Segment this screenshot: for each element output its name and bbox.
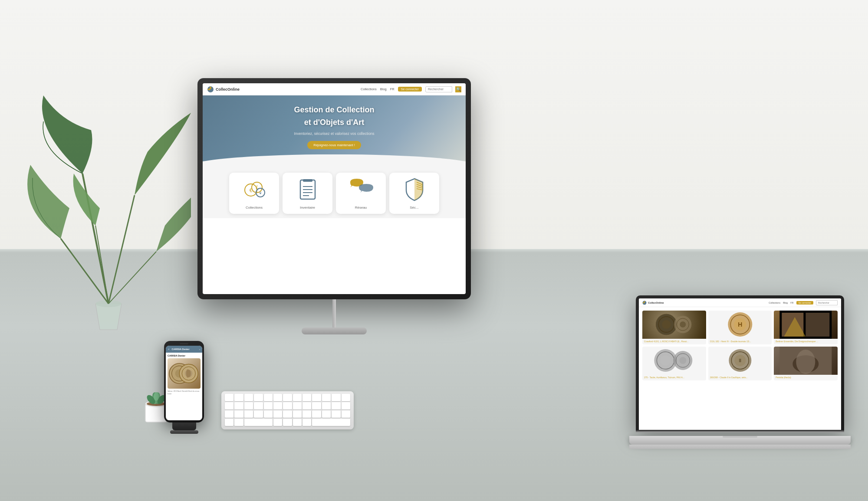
laptop-item6-img bbox=[774, 347, 838, 375]
svg-point-14 bbox=[154, 392, 159, 401]
svg-point-50 bbox=[660, 355, 671, 366]
phone: < CARISIA Denier › CARISIA Denier bbox=[164, 341, 204, 434]
feature-reseau-label: Réseau bbox=[339, 206, 382, 210]
laptop-hinge bbox=[636, 430, 844, 432]
laptop-grid-item-1: Crawford 413/1, L.ROSCI FABATI (E., Rosc… bbox=[642, 311, 706, 344]
reseau-icon bbox=[348, 177, 374, 203]
svg-point-60 bbox=[796, 350, 815, 374]
feature-card-reseau: Réseau bbox=[336, 173, 386, 214]
laptop-item5-img: II bbox=[708, 347, 772, 375]
laptop-nav-blog[interactable]: Blog bbox=[783, 301, 788, 304]
monitor-stand bbox=[332, 299, 336, 327]
laptop-grid-item-4: 275 - Tacite, Aurélianus, Ticinum, PAX A… bbox=[642, 347, 706, 380]
laptop-grid-item-2: H CGIL 182 - Henri IV - Double tournois … bbox=[708, 311, 772, 344]
feature-collections-label: Collections bbox=[233, 206, 276, 210]
desktop-monitor: CollecOnline Collections Blog FR Se conn… bbox=[197, 78, 471, 334]
laptop-item1-img bbox=[642, 311, 706, 339]
securite-icon bbox=[401, 177, 427, 203]
nav-search-input[interactable] bbox=[425, 86, 452, 92]
plant-left bbox=[26, 87, 191, 340]
nav-search-btn[interactable]: 🔍 bbox=[455, 86, 461, 92]
feature-inventaire-label: Inventaire bbox=[286, 206, 329, 210]
hero-cta-btn[interactable]: Rejoignez-nous maintenant ! bbox=[307, 141, 361, 149]
laptop-item4-img bbox=[642, 347, 706, 375]
laptop-item3-label: Berliner Ensemble, Die Dreigroschenoper … bbox=[774, 339, 838, 344]
svg-text:¥: ¥ bbox=[259, 191, 262, 195]
feature-card-securite: Séc... bbox=[389, 173, 439, 214]
svg-rect-23 bbox=[303, 179, 312, 182]
svg-rect-46 bbox=[806, 313, 830, 337]
keyboard-keys bbox=[225, 394, 350, 427]
laptop-nav: CollecOnline Collections Blog FR Se conn… bbox=[639, 298, 841, 307]
laptop-item5-label: 260/268 - Claude II in Gaullique, anto..… bbox=[708, 375, 772, 380]
phone-item-desc: Valeur: 20 € Bord: Dentelé Bord du creux… bbox=[168, 390, 201, 396]
hero-subtitle: Inventoriez, sécurisez et valorisez vos … bbox=[211, 131, 457, 136]
svg-line-3 bbox=[108, 195, 135, 304]
monitor-logo-text: CollecOnline bbox=[216, 87, 240, 92]
svg-point-53 bbox=[679, 357, 686, 364]
scene: CollecOnline Collections Blog FR Se conn… bbox=[0, 0, 868, 501]
laptop-base bbox=[629, 436, 851, 445]
laptop-grid-item-3: Berliner Ensemble, Die Dreigroschenoper … bbox=[774, 311, 838, 344]
feature-card-inventaire: Inventaire bbox=[283, 173, 332, 214]
laptop-item2-img: H bbox=[708, 311, 772, 339]
laptop-nav-login-btn[interactable]: Se connecter bbox=[796, 301, 813, 305]
svg-line-5 bbox=[108, 252, 156, 304]
svg-text:H: H bbox=[738, 321, 742, 328]
nav-lang[interactable]: FR bbox=[390, 87, 395, 91]
phone-back-btn[interactable]: < bbox=[168, 348, 170, 350]
phone-screen: < CARISIA Denier › CARISIA Denier bbox=[166, 346, 202, 420]
phone-coin-display bbox=[168, 358, 201, 389]
laptop-logo-text: CollecOnline bbox=[648, 301, 664, 304]
laptop-grid-item-5: II 260/268 - Claude II in Gaullique, ant… bbox=[708, 347, 772, 380]
laptop: CollecOnline Collections Blog FR Se conn… bbox=[636, 295, 851, 449]
phone-header: < CARISIA Denier › bbox=[166, 346, 202, 353]
hero-title-line1: Gestion de Collection bbox=[211, 105, 457, 115]
laptop-trackpad bbox=[723, 436, 757, 438]
nav-collections[interactable]: Collections bbox=[361, 87, 377, 91]
monitor-hero: Gestion de Collection et d'Objets d'Art … bbox=[203, 95, 466, 167]
nav-blog[interactable]: Blog bbox=[380, 87, 387, 91]
laptop-item6-label: Periotta (thecla) bbox=[774, 375, 838, 380]
laptop-search-input[interactable] bbox=[816, 300, 838, 305]
laptop-logo: CollecOnline bbox=[642, 301, 664, 305]
feature-cards: € £ ¥ Collections bbox=[203, 167, 466, 218]
hero-title-line2: et d'Objets d'Art bbox=[211, 118, 457, 128]
phone-dock-base bbox=[170, 430, 198, 434]
laptop-item3-img bbox=[774, 311, 838, 339]
inventaire-icon bbox=[295, 177, 321, 203]
phone-header-title: CARISIA Denier bbox=[172, 348, 190, 350]
laptop-item1-label: Crawford 413/1, L.ROSCI FABATI (E., Rosc… bbox=[642, 339, 706, 344]
phone-speaker bbox=[180, 343, 188, 344]
monitor-nav: CollecOnline Collections Blog FR Se conn… bbox=[203, 83, 466, 95]
svg-line-6 bbox=[95, 226, 108, 304]
monitor-logo: CollecOnline bbox=[207, 86, 240, 93]
laptop-nav-lang[interactable]: FR bbox=[790, 301, 793, 304]
svg-text:II: II bbox=[739, 358, 741, 363]
keyboard bbox=[221, 391, 354, 429]
feature-card-collections: € £ ¥ Collections bbox=[229, 173, 279, 214]
laptop-grid: Crawford 413/1, L.ROSCI FABATI (E., Rosc… bbox=[639, 307, 841, 384]
svg-marker-0 bbox=[95, 304, 122, 330]
laptop-item2-label: CGIL 182 - Henri IV - Double tournois 1S… bbox=[708, 339, 772, 344]
svg-point-39 bbox=[680, 321, 686, 327]
laptop-grid-item-6: Periotta (thecla) bbox=[774, 347, 838, 380]
feature-securite-label: Séc... bbox=[393, 206, 436, 210]
laptop-item4-label: 275 - Tacite, Aurélianus, Ticinum, PAX A… bbox=[642, 375, 706, 380]
phone-dock bbox=[172, 422, 196, 430]
nav-login-btn[interactable]: Se connecter bbox=[398, 87, 422, 92]
phone-forward-icon: › bbox=[199, 348, 200, 350]
laptop-nav-collections[interactable]: Collections bbox=[769, 301, 780, 304]
monitor-base bbox=[302, 327, 367, 334]
phone-item-name: CARISIA Denier bbox=[168, 354, 201, 357]
hero-wave bbox=[203, 154, 466, 167]
phone-content: CARISIA Denier bbox=[166, 353, 202, 397]
svg-point-36 bbox=[662, 320, 671, 329]
laptop-keyboard-back bbox=[629, 445, 851, 449]
collections-icon: € £ ¥ bbox=[241, 177, 267, 203]
